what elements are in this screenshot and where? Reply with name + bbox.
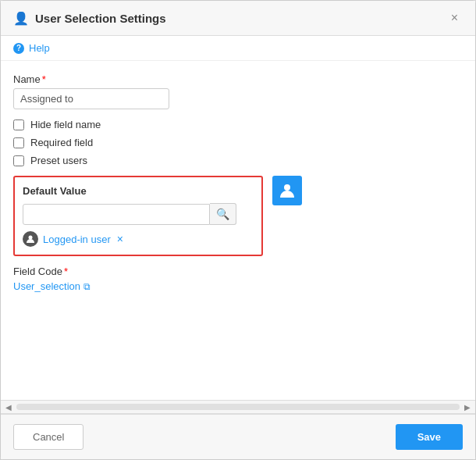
required-field-checkbox[interactable]	[13, 137, 24, 148]
dialog-title: User Selection Settings	[35, 12, 166, 25]
field-code-label: Field Code*	[13, 266, 463, 277]
dialog-header: 👤 User Selection Settings ×	[1, 1, 475, 36]
default-value-section: Default Value 🔍 Logged-in user	[13, 176, 263, 256]
default-value-label: Default Value	[23, 185, 254, 197]
remove-logged-in-user-button[interactable]: ×	[115, 234, 125, 244]
name-required-star: *	[42, 73, 46, 85]
preset-users-checkbox-item[interactable]: Preset users	[13, 155, 463, 166]
help-link[interactable]: Help	[29, 42, 50, 54]
hide-field-name-label: Hide field name	[30, 119, 101, 130]
field-code-value: User_selection ⧉	[13, 280, 463, 292]
required-field-checkbox-item[interactable]: Required field	[13, 137, 463, 148]
svg-point-1	[284, 184, 290, 191]
required-field-label: Required field	[30, 137, 93, 148]
save-button[interactable]: Save	[396, 424, 463, 450]
hide-field-name-checkbox[interactable]	[13, 119, 24, 130]
cancel-button[interactable]: Cancel	[13, 424, 83, 450]
name-field-group: Name*	[13, 73, 463, 109]
dialog-footer: Cancel Save	[1, 414, 475, 459]
user-avatar-button[interactable]	[272, 176, 302, 205]
scroll-right-arrow[interactable]: ▶	[461, 401, 474, 413]
help-question-icon: ?	[13, 43, 24, 54]
tag-user-icon	[23, 231, 38, 247]
hide-field-name-checkbox-item[interactable]: Hide field name	[13, 119, 463, 130]
preset-users-label: Preset users	[30, 155, 87, 166]
logged-in-user-tag: Logged-in user ×	[23, 231, 125, 247]
default-value-search-input[interactable]	[23, 204, 210, 225]
preset-users-checkbox[interactable]	[13, 155, 24, 166]
name-input[interactable]	[13, 88, 169, 109]
search-icon: 🔍	[216, 208, 229, 220]
field-code-required-star: *	[64, 266, 68, 277]
horizontal-scrollbar[interactable]: ◀ ▶	[1, 400, 475, 414]
close-button[interactable]: ×	[446, 10, 463, 26]
name-label: Name*	[13, 73, 463, 85]
scroll-track	[16, 404, 460, 410]
checkbox-group: Hide field name Required field Preset us…	[13, 119, 463, 166]
scroll-left-arrow[interactable]: ◀	[2, 401, 15, 413]
user-selection-settings-dialog: 👤 User Selection Settings × ? Help Name*…	[0, 0, 476, 460]
logged-in-user-label: Logged-in user	[43, 234, 111, 245]
help-bar: ? Help	[1, 36, 475, 61]
edit-field-code-icon[interactable]: ⧉	[83, 281, 91, 292]
dialog-title-area: 👤 User Selection Settings	[13, 11, 166, 26]
user-title-icon: 👤	[13, 11, 29, 26]
search-button[interactable]: 🔍	[210, 203, 236, 225]
search-row: 🔍	[23, 203, 254, 225]
svg-point-0	[29, 236, 33, 240]
field-code-section: Field Code* User_selection ⧉	[13, 266, 463, 292]
field-code-text: User_selection	[13, 280, 80, 292]
dialog-body: Name* Hide field name Required field Pre…	[1, 61, 475, 400]
